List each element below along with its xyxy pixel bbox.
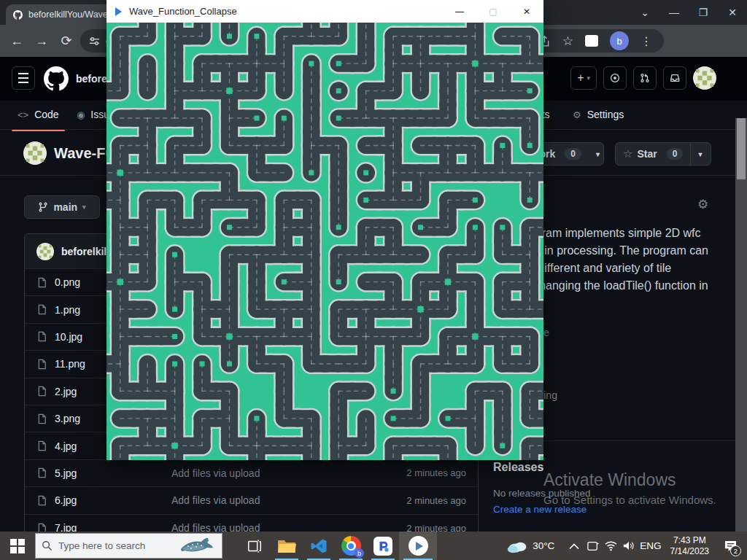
site-settings-icon[interactable] <box>89 36 100 47</box>
app-maximize-button[interactable]: ▢ <box>476 0 510 23</box>
file-commit-time: 2 minutes ago <box>406 467 466 478</box>
file-icon <box>36 277 47 288</box>
search-placeholder: Type here to search <box>58 540 172 551</box>
reload-icon[interactable]: ⟳ <box>54 33 79 49</box>
windows-logo-icon <box>10 539 25 553</box>
start-button[interactable] <box>0 532 35 560</box>
browser-profile-avatar[interactable]: b <box>610 31 629 50</box>
weather-cloud-icon[interactable] <box>506 539 528 553</box>
file-icon <box>36 467 47 478</box>
taskbar: Type here to search b <box>0 532 747 560</box>
github-favicon <box>13 9 23 20</box>
file-icon <box>36 523 47 532</box>
star-button[interactable]: ☆ Star0 ▾ <box>615 142 711 166</box>
bookmark-star-icon[interactable]: ☆ <box>562 34 573 49</box>
pull-requests-global-icon[interactable] <box>633 66 657 90</box>
repo-owner-avatar <box>23 141 47 165</box>
action-center-icon[interactable]: 2 <box>718 532 743 560</box>
back-icon[interactable]: ← <box>4 34 29 49</box>
time: 7:43 PM <box>670 535 709 546</box>
file-commit-time: 2 minutes ago <box>406 495 466 506</box>
github-logo-icon[interactable] <box>44 66 69 91</box>
branch-name: main <box>53 201 77 213</box>
table-row[interactable]: 7.jpgAdd files via upload2 minutes ago <box>25 515 478 532</box>
scrollbar-thumb[interactable] <box>737 118 746 179</box>
file-explorer-icon[interactable] <box>271 532 303 560</box>
app-title: Wave_Function_Collapse <box>129 6 237 17</box>
search-icon <box>42 540 53 551</box>
activate-windows-watermark: Activate Windows Go to Settings to activ… <box>543 470 716 506</box>
chrome-profile-badge: b <box>355 548 364 558</box>
taskbar-search-input[interactable]: Type here to search <box>35 533 222 559</box>
processing-ide-icon[interactable] <box>367 532 399 560</box>
chrome-icon[interactable]: b <box>335 532 367 560</box>
browser-close-button[interactable]: ✕ <box>718 7 747 18</box>
tablet-device-icon[interactable] <box>587 540 600 552</box>
file-icon <box>36 359 47 370</box>
file-commit-time: 2 minutes ago <box>406 523 466 532</box>
forward-icon[interactable]: → <box>29 34 54 49</box>
language-indicator[interactable]: ENG <box>640 540 661 551</box>
desktop: beforelkillYou/Wave_Function_Collapse ⌄ … <box>0 0 747 560</box>
tray-expand-chevron-icon[interactable] <box>566 542 582 551</box>
issues-global-icon[interactable] <box>603 66 627 90</box>
browser-minimize-button[interactable]: — <box>659 7 689 18</box>
repo-tab-code[interactable]: <>Code <box>18 101 59 128</box>
page-scrollbar[interactable] <box>735 118 747 532</box>
fork-count: 0 <box>565 148 581 160</box>
file-name[interactable]: 7.jpg <box>55 522 164 532</box>
volume-icon[interactable] <box>622 540 635 551</box>
sketch-play-icon <box>115 7 122 16</box>
file-icon <box>36 440 47 451</box>
settings-tab-icon: ⚙ <box>573 109 581 120</box>
fork-caret[interactable]: ▾ <box>589 150 607 158</box>
file-icon <box>36 413 47 424</box>
processing-sketch-window[interactable]: Wave_Function_Collapse — ▢ ✕ <box>107 0 543 460</box>
branch-icon <box>38 202 48 212</box>
releases-heading[interactable]: Releases <box>493 461 543 474</box>
repo-tab-settings[interactable]: ⚙Settings <box>573 101 624 128</box>
hamburger-menu-icon[interactable] <box>12 66 35 90</box>
task-view-icon[interactable] <box>239 532 271 560</box>
app-minimize-button[interactable]: — <box>443 0 476 23</box>
processing-sketch-taskbar-icon[interactable] <box>399 532 437 560</box>
user-avatar[interactable] <box>693 66 716 90</box>
committer-avatar <box>36 243 54 260</box>
about-settings-gear-icon[interactable]: ⚙ <box>697 197 708 212</box>
whale-shark-search-highlight-icon[interactable] <box>178 536 216 556</box>
browser-restore-button[interactable]: ❐ <box>689 7 718 18</box>
file-icon <box>36 495 47 506</box>
clock[interactable]: 7:43 PM 7/14/2023 <box>666 535 713 557</box>
star-count: 0 <box>667 148 684 160</box>
vscode-icon[interactable] <box>303 532 335 560</box>
table-row[interactable]: 6.jpgAdd files via upload2 minutes ago <box>25 487 478 514</box>
file-commit-message[interactable]: Add files via upload <box>171 494 399 506</box>
notification-count-badge: 2 <box>730 545 741 556</box>
app-titlebar[interactable]: Wave_Function_Collapse — ▢ ✕ <box>107 0 543 23</box>
table-row[interactable]: 5.jpgAdd files via upload2 minutes ago <box>25 460 478 487</box>
wfc-pattern-canvas <box>107 23 543 460</box>
browser-menu-kebab-icon[interactable]: ⋮ <box>640 34 652 48</box>
inbox-icon[interactable] <box>663 66 686 90</box>
file-commit-message[interactable]: Add files via upload <box>171 467 399 479</box>
date: 7/14/2023 <box>670 546 709 557</box>
star-caret[interactable]: ▾ <box>691 150 709 158</box>
code-tab-icon: <> <box>18 109 28 120</box>
file-commit-message[interactable]: Add files via upload <box>171 522 399 532</box>
star-icon: ☆ <box>623 147 632 160</box>
branch-selector[interactable]: main ▾ <box>24 195 100 219</box>
side-panel-icon[interactable] <box>585 35 598 47</box>
create-new-button[interactable]: +▾ <box>570 66 597 90</box>
file-icon <box>36 331 47 342</box>
issues-tab-icon: ◉ <box>77 109 85 120</box>
file-name[interactable]: 6.jpg <box>55 494 164 506</box>
file-icon <box>36 304 47 315</box>
weather-temperature[interactable]: 30°C <box>533 540 554 551</box>
file-name[interactable]: 5.jpg <box>55 467 164 479</box>
wifi-icon[interactable] <box>604 540 618 551</box>
tab-search-chevron-icon[interactable]: ⌄ <box>630 7 659 18</box>
file-icon <box>36 386 47 397</box>
app-close-button[interactable]: ✕ <box>510 0 543 23</box>
